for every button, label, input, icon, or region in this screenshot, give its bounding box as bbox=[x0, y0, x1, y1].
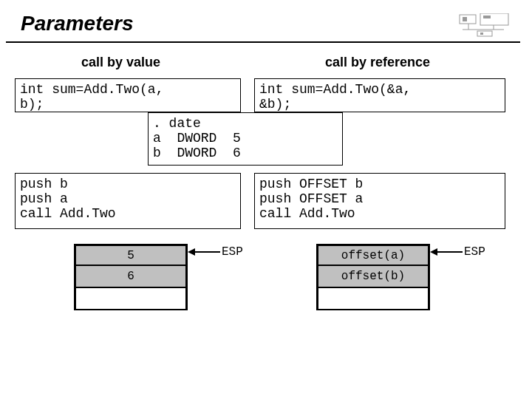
svg-rect-2 bbox=[480, 13, 508, 25]
divider bbox=[6, 41, 520, 43]
motherboard-icon bbox=[458, 13, 510, 37]
stack-cell: 6 bbox=[74, 266, 188, 288]
svg-marker-10 bbox=[188, 248, 195, 256]
asm-reference: push OFFSET b push OFFSET a call Add.Two bbox=[254, 173, 505, 229]
esp-label: ESP bbox=[464, 245, 485, 259]
stack-reference: offset(a) offset(b) bbox=[316, 244, 430, 310]
asm-value: push b push a call Add.Two bbox=[15, 173, 241, 229]
svg-rect-3 bbox=[483, 16, 491, 18]
data-declaration: . date a DWORD 5 b DWORD 6 bbox=[148, 112, 343, 166]
svg-rect-8 bbox=[480, 33, 483, 35]
svg-rect-7 bbox=[477, 31, 492, 36]
svg-marker-12 bbox=[430, 248, 437, 256]
stack-cell: offset(b) bbox=[316, 266, 430, 288]
source-code-value: int sum=Add.Two(a, b); bbox=[15, 78, 241, 112]
svg-rect-1 bbox=[463, 17, 467, 21]
source-code-reference: int sum=Add.Two(&a, &b); bbox=[254, 78, 505, 112]
heading-call-by-reference: call by reference bbox=[325, 55, 430, 70]
stack-cell bbox=[316, 288, 430, 310]
esp-label: ESP bbox=[222, 245, 243, 259]
page-title: Parameters bbox=[21, 12, 526, 35]
heading-call-by-value: call by value bbox=[81, 55, 160, 70]
esp-pointer-left: ESP bbox=[188, 245, 243, 259]
esp-pointer-right: ESP bbox=[430, 245, 485, 259]
stack-cell bbox=[74, 288, 188, 310]
stack-cell: 5 bbox=[74, 244, 188, 266]
stack-cell: offset(a) bbox=[316, 244, 430, 266]
stack-value: 5 6 bbox=[74, 244, 188, 310]
svg-rect-0 bbox=[460, 15, 476, 24]
